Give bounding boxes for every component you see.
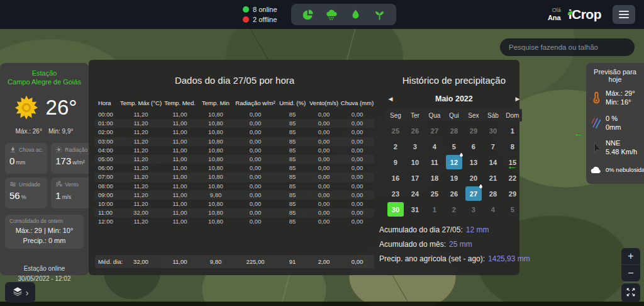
table-cell: 85 xyxy=(277,208,308,217)
calendar-day[interactable]: 19 xyxy=(446,171,462,185)
table-cell: 11,00 xyxy=(162,164,198,173)
yesterday-title: Consolidado de ontem xyxy=(8,218,81,224)
calendar-day[interactable]: 4 xyxy=(485,202,501,217)
pie-chart-icon[interactable] xyxy=(301,8,314,21)
hourly-header: HoraTemp. Máx (°C)Temp. Med.Temp. MinRad… xyxy=(95,99,374,106)
column-header: Temp. Min xyxy=(198,99,233,106)
station-name[interactable]: Campo Alegre de Goiás xyxy=(0,78,89,86)
zoom-in-button[interactable]: + xyxy=(621,248,640,264)
calendar-day[interactable]: 21 xyxy=(485,171,501,185)
table-cell: 0,00 xyxy=(233,182,277,191)
calendar-day[interactable]: 26 xyxy=(407,123,423,138)
calendar-day[interactable]: 9 xyxy=(387,155,404,169)
calendar-day[interactable]: 3 xyxy=(407,139,423,154)
calendar-day[interactable]: 22 xyxy=(504,171,521,185)
forecast-item: NNE5.48 Km/h xyxy=(590,139,640,157)
metric-card-2: Umidade56% xyxy=(5,178,47,208)
table-cell: 0,00 xyxy=(233,137,277,146)
menu-button[interactable] xyxy=(613,5,635,24)
table-cell: 12:00 xyxy=(95,217,120,226)
table-cell: 11,00 xyxy=(162,110,198,119)
table-cell: 85 xyxy=(277,119,308,128)
calendar-day[interactable]: 27 xyxy=(426,123,443,138)
calendar-day[interactable]: 4 xyxy=(426,139,443,154)
calendar-day[interactable]: 2 xyxy=(446,202,462,217)
table-cell: 11,00 xyxy=(162,137,198,146)
calendar-day[interactable]: 25 xyxy=(387,123,404,138)
calendar-day[interactable]: 23 xyxy=(387,186,404,201)
calendar-day[interactable]: 27 xyxy=(465,186,482,201)
calendar-day[interactable]: 16 xyxy=(387,171,404,185)
rain-cloud-icon[interactable] xyxy=(325,8,338,21)
calendar-day[interactable]: 3 xyxy=(465,202,482,217)
table-cell: 10,80 xyxy=(198,217,233,226)
layers-button[interactable]: › xyxy=(5,282,35,303)
calendar-day[interactable]: 8 xyxy=(504,139,521,154)
table-cell: 0,00 xyxy=(308,208,340,217)
column-header: Hora xyxy=(95,99,120,106)
footer-cell: 9,80 xyxy=(198,255,233,268)
prev-month-button[interactable]: ◀ xyxy=(386,94,395,103)
table-cell: 85 xyxy=(277,173,308,181)
table-cell: 11,20 xyxy=(120,164,162,173)
icrop-dashboard: 8 online 2 offline Olá Ana iCrop Estação… xyxy=(0,0,644,306)
fullscreen-button[interactable] xyxy=(621,283,640,302)
water-drop-icon[interactable] xyxy=(349,8,362,21)
calendar-day[interactable]: 30 xyxy=(485,123,501,138)
table-cell: 0,00 xyxy=(308,200,340,208)
temp-max: Máx.: 26° xyxy=(16,128,42,135)
calendar-day[interactable]: 14 xyxy=(485,155,501,169)
calendar-day[interactable]: 6 xyxy=(465,139,482,154)
calendar-day[interactable]: 28 xyxy=(485,186,501,201)
calendar-day[interactable]: 24 xyxy=(407,186,423,201)
table-cell: 11,20 xyxy=(120,128,162,137)
collapse-main-panel-arrow-icon[interactable]: ← xyxy=(507,160,518,173)
calendar-day[interactable]: 7 xyxy=(485,139,501,154)
yesterday-precip: Precip.: 0 mm xyxy=(8,237,81,244)
search-input[interactable] xyxy=(500,38,635,56)
calendar-day[interactable]: 29 xyxy=(504,186,521,201)
calendar-day[interactable]: 17 xyxy=(407,171,423,185)
table-row: 12:0011,2011,0010,800,00850,000,00 xyxy=(95,217,374,226)
calendar-day[interactable]: 29 xyxy=(465,123,482,138)
table-cell: 11,00 xyxy=(162,128,198,137)
calendar-day[interactable]: 31 xyxy=(407,202,423,217)
calendar-day[interactable]: 11 xyxy=(426,155,443,169)
table-cell: 10,80 xyxy=(198,200,233,208)
calendar-day[interactable]: 30 xyxy=(387,202,404,217)
calendar-day[interactable]: 1 xyxy=(504,123,521,138)
table-cell: 0,00 xyxy=(308,155,340,164)
calendar-day[interactable]: 12 xyxy=(446,155,462,169)
calendar-day[interactable]: 18 xyxy=(426,171,443,185)
next-month-button[interactable]: ▶ xyxy=(513,94,522,103)
forecast-text: NNE xyxy=(606,139,637,147)
calendar-day[interactable]: 2 xyxy=(387,139,404,154)
forecast-item: 0% nebulosidade xyxy=(590,164,640,176)
calendar-day[interactable]: 26 xyxy=(446,186,462,201)
table-cell: 85 xyxy=(277,128,308,137)
sprout-icon[interactable] xyxy=(373,8,386,21)
table-cell: 0,00 xyxy=(308,146,340,155)
table-cell: 0,00 xyxy=(233,191,277,200)
metric-value: 173 xyxy=(55,156,71,166)
table-cell: 0,00 xyxy=(340,110,374,119)
zoom-out-button[interactable]: − xyxy=(621,265,640,281)
humidity-icon xyxy=(9,181,16,188)
calendar-day[interactable]: 5 xyxy=(504,202,521,217)
column-header: Temp. Máx (°C) xyxy=(120,99,162,106)
calendar-day[interactable]: 25 xyxy=(426,186,443,201)
collapse-forecast-panel-arrow-icon[interactable]: ← xyxy=(574,127,584,140)
table-row: 09:0011,2011,009,800,00850,000,00 xyxy=(95,191,374,200)
metric-value: 56 xyxy=(9,190,20,201)
rain-drop-icon xyxy=(458,151,465,159)
calendar-day[interactable]: 10 xyxy=(407,155,423,169)
table-cell: 11,20 xyxy=(120,155,162,164)
metric-card-3: Vento1m/s xyxy=(51,178,92,208)
table-row: 07:0011,2011,0010,800,00850,000,00 xyxy=(95,173,374,181)
calendar-day[interactable]: 28 xyxy=(446,123,462,138)
calendar-day[interactable]: 13 xyxy=(465,155,482,169)
table-cell: 0,00 xyxy=(233,155,277,164)
table-cell: 08:00 xyxy=(95,182,120,191)
table-cell: 0,00 xyxy=(233,110,277,119)
calendar-day[interactable]: 1 xyxy=(426,202,443,217)
